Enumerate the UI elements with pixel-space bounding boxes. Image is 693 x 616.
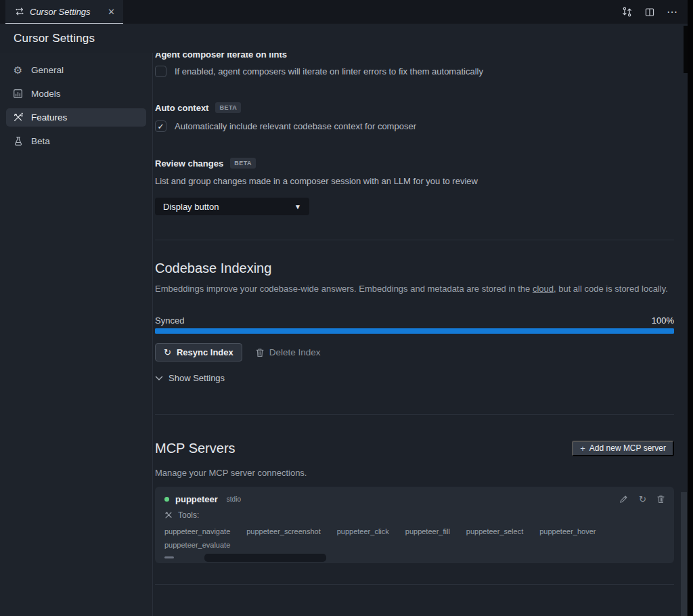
description-text: Embeddings improve your codebase-wide an… (155, 284, 533, 294)
tool-tag: puppeteer_screenshot (246, 527, 320, 535)
section-divider (155, 584, 674, 585)
server-command-row (164, 554, 665, 562)
delete-label: Delete Index (269, 347, 321, 357)
settings-sidebar: ⚙ General Models Features (0, 53, 153, 616)
review-changes-heading: Review changes BETA (155, 158, 674, 169)
show-settings-label: Show Settings (169, 373, 225, 383)
server-transport: stdio (227, 496, 241, 503)
beta-badge: BETA (230, 158, 256, 169)
codebase-indexing-title: Codebase Indexing (155, 261, 674, 276)
chevron-down-icon: ▼ (294, 203, 301, 211)
sidebar-item-general[interactable]: ⚙ General (6, 61, 146, 79)
tool-tag-list: puppeteer_navigate puppeteer_screenshot … (164, 527, 638, 549)
sidebar-item-beta[interactable]: Beta (6, 132, 146, 150)
sidebar-item-label: General (31, 65, 64, 75)
sync-progress-fill (155, 328, 674, 334)
resync-label: Resync Index (177, 347, 233, 357)
status-dot (164, 497, 169, 502)
plus-icon: + (580, 443, 585, 454)
sidebar-item-label: Beta (31, 136, 50, 146)
beta-badge: BETA (215, 102, 241, 113)
sync-progress-bar (155, 328, 674, 334)
split-editor-icon[interactable] (644, 7, 655, 18)
tools-label: Tools: (178, 510, 199, 520)
edit-icon[interactable] (619, 495, 628, 504)
auto-context-checkbox-label: Automatically include relevant codebase … (175, 121, 416, 131)
gear-icon: ⚙ (12, 65, 24, 75)
tab-title: Cursor Settings (30, 7, 91, 17)
review-changes-title: Review changes (155, 158, 223, 169)
editor-tab-bar: Cursor Settings ✕ ⋯ (0, 0, 693, 24)
tab-cursor-settings[interactable]: Cursor Settings ✕ (5, 0, 123, 24)
window-edge (688, 0, 693, 616)
sidebar-item-features[interactable]: Features (6, 108, 146, 127)
resync-icon: ↻ (164, 347, 171, 357)
close-icon[interactable]: ✕ (106, 6, 116, 18)
bar-chart-icon (12, 89, 24, 99)
editor-actions: ⋯ (621, 0, 678, 24)
tool-tag: puppeteer_hover (539, 527, 596, 535)
resync-index-button[interactable]: ↻ Resync Index (155, 343, 242, 361)
mcp-servers-description: Manage your MCP server connections. (155, 466, 674, 480)
cloud-link[interactable]: cloud (533, 284, 554, 294)
refresh-icon[interactable]: ↻ (639, 495, 646, 504)
sync-label: Synced (155, 315, 184, 326)
trash-icon (256, 348, 264, 357)
review-changes-description: List and group changes made in a compose… (155, 176, 674, 186)
sidebar-item-label: Models (31, 89, 61, 99)
sync-status-row: Synced 100% (155, 315, 674, 326)
tool-tag: puppeteer_fill (405, 527, 450, 535)
settings-content: Agent composer iterate on lints If enabl… (154, 53, 681, 616)
scrollbar[interactable] (681, 492, 687, 616)
compare-changes-icon[interactable] (621, 6, 633, 18)
section-divider (155, 414, 674, 415)
server-name: puppeteer (175, 494, 218, 504)
lints-setting-row: If enabled, agent composers will iterate… (155, 66, 674, 77)
server-actions: ↻ (619, 495, 665, 504)
mcp-servers-header: MCP Servers + Add new MCP server (155, 441, 674, 456)
more-actions-icon[interactable]: ⋯ (667, 7, 678, 18)
sync-percent: 100% (652, 315, 674, 326)
mcp-server-card: puppeteer stdio ↻ (155, 487, 674, 563)
section-divider (155, 240, 674, 240)
trash-icon[interactable] (657, 495, 665, 504)
sidebar-item-label: Features (31, 112, 67, 123)
mcp-servers-title: MCP Servers (155, 441, 236, 456)
auto-context-title: Auto context (155, 103, 208, 113)
codebase-indexing-description: Embeddings improve your codebase-wide an… (155, 282, 674, 296)
tools-icon (164, 511, 173, 519)
auto-context-checkbox[interactable]: ✓ (155, 120, 166, 132)
cursor-settings-icon (15, 7, 24, 16)
sidebar-item-models[interactable]: Models (6, 85, 146, 103)
beaker-icon (12, 136, 24, 146)
tools-row: Tools: (164, 510, 665, 520)
server-title-row: puppeteer stdio ↻ (164, 494, 665, 504)
description-text: , but all code is stored locally. (554, 284, 668, 294)
lints-heading: Agent composer iterate on lints (155, 53, 674, 60)
auto-context-setting-row: ✓ Automatically include relevant codebas… (155, 120, 674, 132)
cursor-settings-window: Cursor Settings ✕ ⋯ Cursor Se (0, 0, 693, 616)
add-mcp-server-label: Add new MCP server (589, 443, 666, 453)
lints-checkbox[interactable] (155, 66, 166, 77)
page-title: Cursor Settings (14, 32, 95, 45)
show-settings-toggle[interactable]: Show Settings (155, 373, 225, 383)
tools-icon (12, 112, 24, 123)
command-dash (164, 556, 174, 558)
tool-tag: puppeteer_click (337, 527, 389, 535)
tool-tag: puppeteer_navigate (164, 527, 230, 535)
auto-context-heading: Auto context BETA (155, 102, 674, 113)
add-mcp-server-button[interactable]: + Add new MCP server (572, 441, 674, 456)
review-changes-dropdown[interactable]: Display button ▼ (155, 198, 309, 215)
dropdown-value: Display button (163, 202, 219, 212)
tool-tag: puppeteer_evaluate (164, 541, 230, 549)
delete-index-button[interactable]: Delete Index (256, 347, 321, 357)
tool-tag: puppeteer_select (466, 527, 523, 535)
command-bar (204, 554, 326, 562)
page-header: Cursor Settings (0, 24, 688, 53)
lints-checkbox-label: If enabled, agent composers will iterate… (175, 66, 483, 76)
chevron-down-icon (155, 376, 163, 381)
index-actions-row: ↻ Resync Index Delete Index (155, 343, 674, 361)
